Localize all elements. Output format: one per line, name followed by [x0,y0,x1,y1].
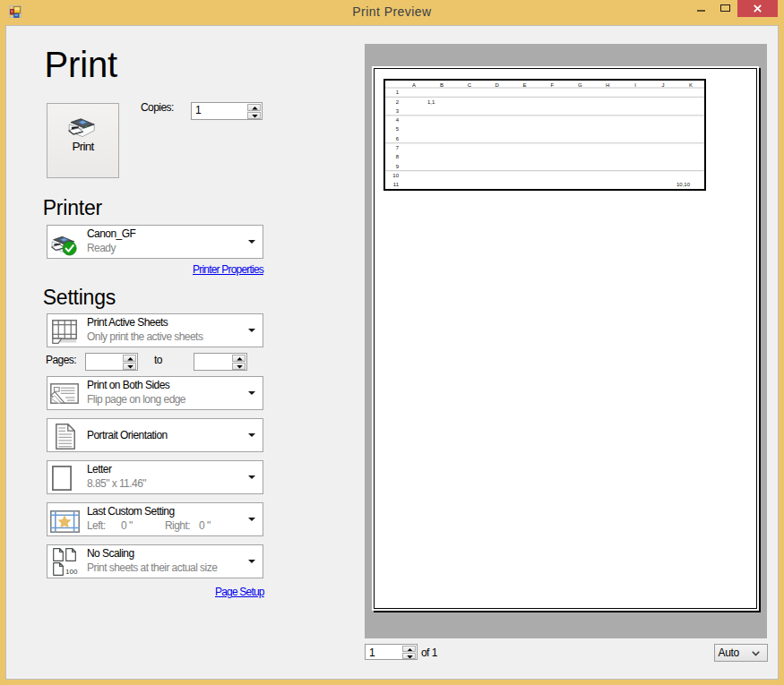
svg-text:E: E [523,82,527,88]
svg-text:1: 1 [396,90,400,95]
svg-text:100: 100 [65,568,78,576]
svg-text:10: 10 [392,173,399,178]
svg-text:C: C [468,82,472,88]
svg-text:3: 3 [396,108,400,114]
svg-text:11: 11 [393,182,400,187]
svg-text:2: 2 [396,99,400,105]
svg-text:1,1: 1,1 [427,99,435,105]
svg-text:D: D [495,82,500,88]
svg-text:6: 6 [396,136,400,141]
svg-text:B: B [440,82,444,88]
svg-text:10,10: 10,10 [676,182,691,187]
svg-text:K: K [689,82,693,88]
svg-text:J: J [662,82,665,88]
svg-text:I: I [634,82,636,88]
svg-text:8: 8 [396,154,400,159]
svg-text:F: F [551,82,555,88]
svg-text:4: 4 [396,117,400,123]
svg-text:G: G [578,82,582,88]
svg-text:9: 9 [396,164,400,169]
svg-text:A: A [412,82,416,88]
svg-text:7: 7 [396,145,400,150]
svg-text:H: H [606,82,609,88]
svg-text:5: 5 [396,126,400,132]
